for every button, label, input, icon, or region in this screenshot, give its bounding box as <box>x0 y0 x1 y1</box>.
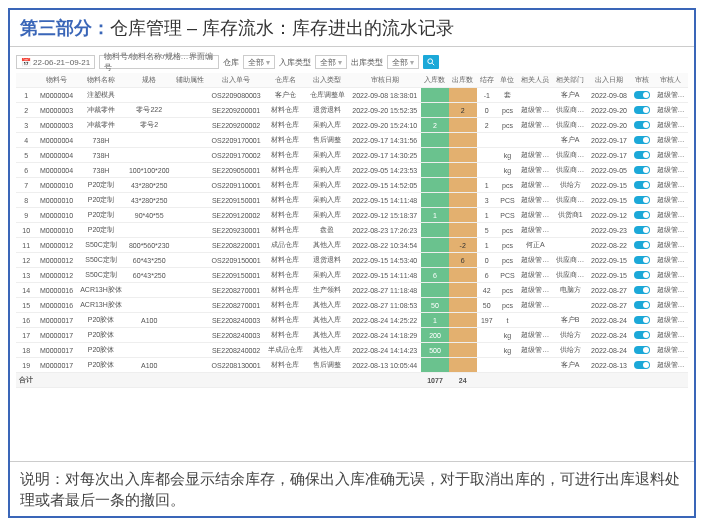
col-header[interactable]: 入库数 <box>421 73 449 88</box>
table-row[interactable]: 19M0000017P20胶体A100OS2208130001材料仓库售后调整2… <box>16 358 688 373</box>
approve-toggle[interactable] <box>634 121 650 129</box>
approve-toggle[interactable] <box>634 331 650 339</box>
approve-toggle[interactable] <box>634 166 650 174</box>
col-header[interactable]: 仓库名 <box>264 73 306 88</box>
search-input[interactable]: 物料号/物料名称/规格…界面编号 <box>99 55 219 69</box>
table-row[interactable]: 12M0000012S50C定制60*43*250OS2209150001材料仓… <box>16 253 688 268</box>
col-header[interactable]: 出入类型 <box>306 73 348 88</box>
approve-toggle[interactable] <box>634 286 650 294</box>
search-button[interactable] <box>423 55 439 69</box>
col-header[interactable]: 结存 <box>477 73 498 88</box>
table-row[interactable]: 3M0000003冲裁零件零号2SE2209200002材料仓库采购入库2022… <box>16 118 688 133</box>
table-row[interactable]: 16M0000017P20胶体A100SE2208240003材料仓库其他入库2… <box>16 313 688 328</box>
table-row[interactable]: 4M0000004738HOS2209170001材料仓库售后调整2022-09… <box>16 133 688 148</box>
approve-toggle[interactable] <box>634 226 650 234</box>
approve-toggle[interactable] <box>634 316 650 324</box>
table-row[interactable]: 13M0000012S50C定制60*43*250SE2209150001材料仓… <box>16 268 688 283</box>
approve-toggle[interactable] <box>634 91 650 99</box>
approve-toggle[interactable] <box>634 151 650 159</box>
table-row[interactable]: 7M0000010P20定制43*280*250OS2209110001材料仓库… <box>16 178 688 193</box>
col-header[interactable]: 审核日期 <box>348 73 421 88</box>
outtype-select[interactable]: 全部 ▾ <box>387 55 419 69</box>
table-row[interactable]: 17M0000017P20胶体SE2208240003材料仓库其他入库2022-… <box>16 328 688 343</box>
svg-point-0 <box>428 59 433 64</box>
col-header[interactable] <box>16 73 37 88</box>
table-row[interactable]: 18M0000017P20胶体SE2208240002半成品仓库其他入库2022… <box>16 343 688 358</box>
approve-toggle[interactable] <box>634 136 650 144</box>
approve-toggle[interactable] <box>634 301 650 309</box>
table-row[interactable]: 2M0000003冲裁零件零号222SE2209200001材料仓库退货退料20… <box>16 103 688 118</box>
table-row[interactable]: 10M0000010P20定制SE2209230001材料仓库盘盈2022-08… <box>16 223 688 238</box>
col-header[interactable]: 审核人 <box>653 73 688 88</box>
table-row[interactable]: 1M0000004注塑模具OS2209080003客户仓仓库调整单2022-09… <box>16 88 688 103</box>
table-row[interactable]: 6M0000004738H100*100*200SE2209050001材料仓库… <box>16 163 688 178</box>
date-range-picker[interactable]: 📅 22-06-21~09-21 <box>16 55 95 69</box>
approve-toggle[interactable] <box>634 361 650 369</box>
approve-toggle[interactable] <box>634 346 650 354</box>
filter-toolbar: 📅 22-06-21~09-21 物料号/物料名称/规格…界面编号 仓库 全部 … <box>16 53 688 73</box>
flow-table: 物料号物料名称规格辅助属性出入单号仓库名出入类型审核日期入库数出库数结存单位相关… <box>16 73 688 388</box>
approve-toggle[interactable] <box>634 181 650 189</box>
col-header[interactable]: 单位 <box>497 73 518 88</box>
approve-toggle[interactable] <box>634 196 650 204</box>
col-header[interactable]: 辅助属性 <box>173 73 208 88</box>
table-row[interactable]: 5M0000004738HOS2209170002材料仓库采购入库2022-09… <box>16 148 688 163</box>
page-title: 第三部分：仓库管理 – 库存流水：库存进出的流水记录 <box>10 10 694 47</box>
search-icon <box>427 58 435 66</box>
warehouse-select[interactable]: 全部 ▾ <box>243 55 275 69</box>
table-row[interactable]: 14M0000016ACR13H胶体SE2208270001材料仓库生产领料20… <box>16 283 688 298</box>
approve-toggle[interactable] <box>634 211 650 219</box>
approve-toggle[interactable] <box>634 256 650 264</box>
table-row[interactable]: 9M0000010P20定制90*40*55SE2209120002材料仓库采购… <box>16 208 688 223</box>
intype-select[interactable]: 全部 ▾ <box>315 55 347 69</box>
col-header[interactable]: 相关部门 <box>553 73 588 88</box>
table-row[interactable]: 8M0000010P20定制43*280*250SE2209150001材料仓库… <box>16 193 688 208</box>
table-row[interactable]: 15M0000016ACR13H胶体SE2208270001材料仓库其他入库20… <box>16 298 688 313</box>
col-header[interactable]: 审核 <box>630 73 653 88</box>
footer-note: 说明：对每次出入库都会显示结余库存，确保出入库准确无误，对于取消出库的，可进行出… <box>10 461 694 516</box>
approve-toggle[interactable] <box>634 106 650 114</box>
table-row[interactable]: 11M0000012S50C定制800*560*230SE2208220001成… <box>16 238 688 253</box>
col-header[interactable]: 物料名称 <box>77 73 126 88</box>
col-header[interactable]: 出入单号 <box>208 73 264 88</box>
col-header[interactable]: 相关人员 <box>518 73 553 88</box>
svg-line-1 <box>432 63 434 65</box>
approve-toggle[interactable] <box>634 241 650 249</box>
col-header[interactable]: 规格 <box>125 73 173 88</box>
col-header[interactable]: 出入日期 <box>588 73 631 88</box>
col-header[interactable]: 物料号 <box>37 73 77 88</box>
approve-toggle[interactable] <box>634 271 650 279</box>
col-header[interactable]: 出库数 <box>449 73 477 88</box>
